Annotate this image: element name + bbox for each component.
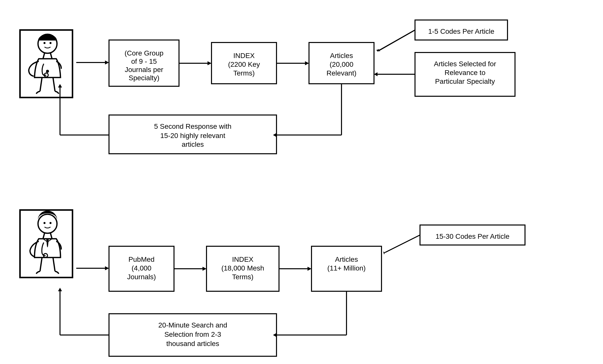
svg-text:Specialty): Specialty): [129, 74, 160, 82]
svg-line-47: [53, 258, 55, 271]
svg-text:Journals per: Journals per: [125, 66, 163, 74]
svg-marker-38: [58, 84, 62, 88]
svg-text:Selection from 2-3: Selection from 2-3: [164, 330, 221, 338]
svg-point-42: [50, 222, 52, 224]
svg-line-5: [50, 53, 52, 59]
svg-text:15-20 highly relevant: 15-20 highly relevant: [160, 132, 225, 140]
box-codes-top-label: 1-5 Codes Per Article: [428, 28, 494, 35]
svg-text:of 9 - 15: of 9 - 15: [131, 58, 157, 65]
svg-marker-16: [208, 61, 212, 65]
svg-point-41: [44, 222, 46, 224]
svg-line-59: [385, 235, 420, 252]
svg-marker-49: [105, 266, 109, 270]
box-feedback-bottom-label-1: 20-Minute Search and: [158, 321, 227, 329]
doctor-figure-top: [20, 30, 72, 98]
box-core-group-label: (Core Group: [124, 49, 164, 57]
svg-text:articles: articles: [182, 140, 204, 148]
svg-line-46: [40, 258, 42, 271]
svg-text:Relevance to: Relevance to: [444, 69, 485, 76]
svg-marker-53: [202, 267, 206, 271]
svg-marker-60: [383, 252, 385, 254]
svg-rect-39: [20, 210, 72, 278]
svg-marker-68: [58, 288, 62, 291]
svg-text:Relevant): Relevant): [326, 69, 356, 77]
svg-line-4: [43, 53, 44, 59]
svg-text:Journals): Journals): [127, 273, 156, 281]
svg-line-7: [40, 78, 42, 91]
svg-line-43: [43, 233, 44, 239]
box-index-top-label: INDEX: [233, 52, 255, 60]
svg-point-9: [46, 70, 49, 73]
svg-text:(4,000: (4,000: [132, 264, 151, 272]
diagram-container: (Core Group of 9 - 15 Journals per Speci…: [0, 0, 603, 364]
svg-text:thousand articles: thousand articles: [166, 340, 219, 348]
box-feedback-top-label-1: 5 Second Response with: [154, 122, 232, 130]
svg-line-8: [53, 78, 55, 91]
svg-text:Particular Specialty: Particular Specialty: [435, 78, 495, 85]
svg-marker-57: [308, 267, 312, 271]
svg-point-3: [50, 42, 52, 44]
svg-text:(11+ Million): (11+ Million): [327, 264, 366, 272]
box-articles-bottom-label: Articles: [335, 256, 358, 263]
box-index-bottom-label: INDEX: [232, 256, 254, 263]
box-articles-top-label: Articles: [330, 52, 353, 60]
svg-point-40: [38, 214, 57, 233]
svg-marker-20: [305, 61, 309, 65]
box-selected-top-label-1: Articles Selected for: [434, 60, 496, 68]
svg-text:(18,000 Mesh: (18,000 Mesh: [221, 264, 264, 272]
svg-marker-35: [273, 133, 276, 137]
svg-text:Terms): Terms): [233, 69, 255, 77]
box-pubmed-label: PubMed: [128, 256, 154, 263]
svg-text:(20,000: (20,000: [330, 60, 354, 68]
svg-marker-65: [273, 333, 276, 337]
svg-marker-30: [374, 72, 378, 76]
svg-text:(2200 Key: (2200 Key: [228, 60, 260, 68]
svg-text:Terms): Terms): [232, 273, 254, 281]
svg-marker-11: [105, 60, 109, 64]
svg-point-2: [44, 42, 46, 44]
svg-line-44: [50, 233, 52, 239]
doctor-figure-bottom: [20, 210, 72, 278]
svg-line-25: [378, 30, 415, 51]
box-codes-bottom-label: 15-30 Codes Per Article: [436, 232, 510, 240]
